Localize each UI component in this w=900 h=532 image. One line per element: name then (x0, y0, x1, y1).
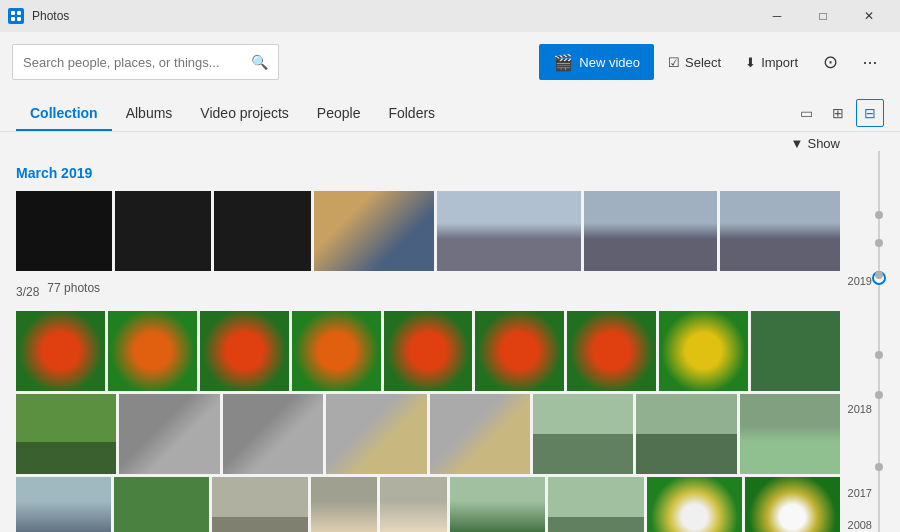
view-grid-button[interactable]: ⊞ (824, 99, 852, 127)
photo-thumb[interactable] (636, 394, 736, 474)
nav-tabs: Collection Albums Video projects People … (0, 92, 900, 132)
photo-count: 77 photos (47, 281, 100, 295)
titlebar: Photos ─ □ ✕ (0, 0, 900, 32)
svg-rect-2 (11, 17, 15, 21)
photo-thumb[interactable] (16, 477, 111, 532)
photo-thumb[interactable] (659, 311, 748, 391)
photo-thumb[interactable] (114, 477, 209, 532)
window-controls: ─ □ ✕ (754, 0, 892, 32)
import-button[interactable]: ⬇ Import (735, 44, 808, 80)
date-label: 3/28 (16, 285, 39, 299)
photo-thumb[interactable] (567, 311, 656, 391)
search-box[interactable]: 🔍 (12, 44, 279, 80)
photo-thumb[interactable] (200, 311, 289, 391)
show-area[interactable]: ▼ Show (0, 132, 900, 151)
minimize-button[interactable]: ─ (754, 0, 800, 32)
view-controls: ▭ ⊞ ⊟ (792, 99, 884, 131)
timeline-track (878, 151, 880, 532)
photo-thumb[interactable] (119, 394, 219, 474)
photo-thumb[interactable] (214, 191, 310, 271)
more-button[interactable]: ··· (852, 44, 888, 80)
account-button[interactable]: ⊙ (812, 44, 848, 80)
timeline-dot (875, 271, 883, 279)
timeline-year-2017[interactable]: 2017 (848, 487, 872, 499)
select-label: Select (685, 55, 721, 70)
search-icon[interactable]: 🔍 (251, 54, 268, 70)
photo-thumb[interactable] (437, 191, 581, 271)
timeline-dot (875, 211, 883, 219)
timeline-year-2018[interactable]: 2018 (848, 403, 872, 415)
photo-thumb[interactable] (108, 311, 197, 391)
show-chevron-icon: ▼ (791, 136, 804, 151)
timeline-year-2019[interactable]: 2019 (848, 275, 872, 287)
section-march-2019: March 2019 (16, 165, 840, 181)
photo-thumb[interactable] (380, 477, 447, 532)
photo-thumb[interactable] (450, 477, 545, 532)
svg-rect-0 (11, 11, 15, 15)
timeline-dot (875, 351, 883, 359)
photo-row-flowers (16, 311, 840, 391)
select-button[interactable]: ☑ Select (658, 44, 731, 80)
photo-thumb[interactable] (647, 477, 742, 532)
photo-thumb[interactable] (326, 394, 426, 474)
svg-rect-3 (17, 17, 21, 21)
titlebar-left: Photos (8, 8, 69, 24)
photo-row-top (16, 191, 840, 271)
photo-thumb[interactable] (16, 191, 112, 271)
main-content: March 2019 3/28 77 photos (0, 151, 900, 532)
tab-folders[interactable]: Folders (374, 97, 449, 131)
photo-thumb[interactable] (548, 477, 643, 532)
new-video-button[interactable]: 🎬 New video (539, 44, 654, 80)
photo-thumb[interactable] (115, 191, 211, 271)
photo-row-misc (16, 477, 840, 532)
photo-thumb[interactable] (740, 394, 840, 474)
photo-thumb[interactable] (533, 394, 633, 474)
search-input[interactable] (23, 55, 245, 70)
svg-rect-1 (17, 11, 21, 15)
photo-thumb[interactable] (475, 311, 564, 391)
tab-video-projects[interactable]: Video projects (186, 97, 302, 131)
timeline-dot (875, 463, 883, 471)
video-plus-icon: 🎬 (553, 53, 573, 72)
timeline-dot (875, 239, 883, 247)
import-label: Import (761, 55, 798, 70)
maximize-button[interactable]: □ (800, 0, 846, 32)
photo-row-arrows (16, 394, 840, 474)
photo-thumb[interactable] (745, 477, 840, 532)
photo-thumb[interactable] (16, 394, 116, 474)
import-icon: ⬇ (745, 55, 756, 70)
select-icon: ☑ (668, 55, 680, 70)
photo-thumb[interactable] (720, 191, 840, 271)
toolbar: 🔍 🎬 New video ☑ Select ⬇ Import ⊙ ··· (0, 32, 900, 92)
toolbar-right: 🎬 New video ☑ Select ⬇ Import ⊙ ··· (539, 44, 888, 80)
tab-albums[interactable]: Albums (112, 97, 187, 131)
timeline-dot (875, 391, 883, 399)
photo-thumb[interactable] (314, 191, 434, 271)
photo-thumb[interactable] (584, 191, 716, 271)
nav-tabs-left: Collection Albums Video projects People … (16, 97, 449, 131)
photo-thumb[interactable] (430, 394, 530, 474)
photo-thumb[interactable] (223, 394, 323, 474)
photo-thumb[interactable] (16, 311, 105, 391)
app-title: Photos (32, 9, 69, 23)
photo-thumb[interactable] (311, 477, 378, 532)
show-label[interactable]: Show (807, 136, 840, 151)
timeline-year-2008[interactable]: 2008 (848, 519, 872, 531)
tab-collection[interactable]: Collection (16, 97, 112, 131)
photo-thumb[interactable] (212, 477, 307, 532)
app-icon (8, 8, 24, 24)
timeline: 2019 2018 2017 2008 (845, 151, 900, 532)
view-single-button[interactable]: ▭ (792, 99, 820, 127)
view-compact-button[interactable]: ⊟ (856, 99, 884, 127)
photo-thumb[interactable] (292, 311, 381, 391)
close-button[interactable]: ✕ (846, 0, 892, 32)
photo-thumb[interactable] (384, 311, 473, 391)
tab-people[interactable]: People (303, 97, 375, 131)
new-video-label: New video (579, 55, 640, 70)
photo-thumb[interactable] (751, 311, 840, 391)
